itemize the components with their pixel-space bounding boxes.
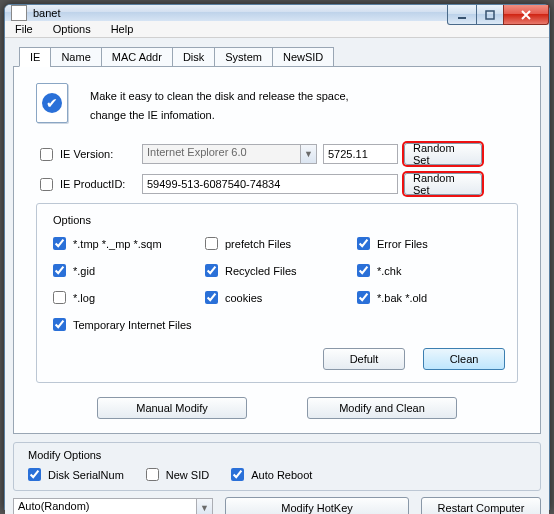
tabstrip: IE Name MAC Addr Disk System NewSID — [19, 47, 541, 67]
content: IE Name MAC Addr Disk System NewSID ✔ Ma… — [5, 38, 549, 514]
manual-modify-button[interactable]: Manual Modify — [97, 397, 247, 419]
menu-options[interactable]: Options — [49, 23, 95, 35]
opt-recycled-label: Recycled Files — [225, 265, 297, 277]
menu-help[interactable]: Help — [107, 23, 138, 35]
opt-prefetch-label: prefetch Files — [225, 238, 291, 250]
intro-row: ✔ Make it easy to clean the disk and rel… — [36, 83, 518, 125]
close-button[interactable] — [503, 5, 549, 25]
intro-line1: Make it easy to clean the disk and relea… — [90, 87, 349, 106]
intro-line2: change the IE infomation. — [90, 106, 349, 125]
new-sid-label: New SID — [166, 469, 209, 481]
opt-chk-checkbox[interactable] — [357, 264, 370, 277]
ie-productid-label: IE ProductID: — [60, 178, 125, 190]
action-buttons: Manual Modify Modify and Clean — [36, 397, 518, 419]
restart-computer-button[interactable]: Restart Computer — [421, 497, 541, 514]
tab-newsid[interactable]: NewSID — [272, 47, 334, 67]
opt-log-checkbox[interactable] — [53, 291, 66, 304]
opt-error-label: Error Files — [377, 238, 428, 250]
chevron-down-icon[interactable]: ▼ — [196, 498, 213, 514]
svg-rect-1 — [486, 11, 494, 19]
random-set-version-button[interactable]: Random Set — [404, 143, 482, 165]
svg-rect-0 — [458, 17, 466, 19]
disk-serialnum-checkbox[interactable] — [28, 468, 41, 481]
auto-combo-value: Auto(Random) — [13, 498, 196, 514]
tab-name[interactable]: Name — [50, 47, 101, 67]
intro-text: Make it easy to clean the disk and relea… — [90, 83, 349, 124]
modify-and-clean-button[interactable]: Modify and Clean — [307, 397, 457, 419]
opt-log-label: *.log — [73, 292, 95, 304]
tab-system[interactable]: System — [214, 47, 273, 67]
modify-options-fieldset: Modify Options Disk SerialNum New SID Au… — [13, 442, 541, 491]
app-icon — [11, 5, 27, 21]
opt-cookies-checkbox[interactable] — [205, 291, 218, 304]
tab-ie[interactable]: IE — [19, 47, 51, 67]
disk-serialnum-label: Disk SerialNum — [48, 469, 124, 481]
bottom-area: Modify Options Disk SerialNum New SID Au… — [13, 442, 541, 514]
opt-bakold-checkbox[interactable] — [357, 291, 370, 304]
random-set-productid-button[interactable]: Random Set — [404, 173, 482, 195]
auto-reboot-label: Auto Reboot — [251, 469, 312, 481]
ie-version-row: IE Version: Internet Explorer 6.0 ▼ Rand… — [36, 143, 518, 165]
chevron-down-icon[interactable]: ▼ — [300, 144, 317, 164]
minimize-button[interactable] — [447, 5, 477, 25]
intro-icon: ✔ — [36, 83, 70, 125]
opt-gid-label: *.gid — [73, 265, 95, 277]
ie-productid-checkbox[interactable] — [40, 178, 53, 191]
modify-hotkey-button[interactable]: Modify HotKey — [225, 497, 409, 514]
menu-file[interactable]: File — [11, 23, 37, 35]
auto-combo[interactable]: Auto(Random) ▼ — [13, 498, 213, 514]
ie-version-value: Internet Explorer 6.0 — [142, 144, 300, 164]
ie-productid-row: IE ProductID: Random Set — [36, 173, 518, 195]
titlebar[interactable]: banet — [5, 5, 549, 21]
tab-disk[interactable]: Disk — [172, 47, 215, 67]
opt-bakold-label: *.bak *.old — [377, 292, 427, 304]
default-button[interactable]: Defult — [323, 348, 405, 370]
minimize-icon — [457, 10, 467, 20]
options-grid: *.tmp *._mp *.sqm prefetch Files Error F… — [49, 234, 505, 370]
auto-reboot-checkbox[interactable] — [231, 468, 244, 481]
opt-tempinternet-checkbox[interactable] — [53, 318, 66, 331]
modify-options-legend: Modify Options — [24, 449, 105, 461]
ie-version-label: IE Version: — [60, 148, 113, 160]
ie-version-checkbox[interactable] — [40, 148, 53, 161]
tab-mac[interactable]: MAC Addr — [101, 47, 173, 67]
maximize-icon — [485, 10, 495, 20]
opt-error-checkbox[interactable] — [357, 237, 370, 250]
window-title: banet — [33, 7, 61, 19]
clean-button[interactable]: Clean — [423, 348, 505, 370]
modify-options-row: Disk SerialNum New SID Auto Reboot — [24, 465, 530, 484]
new-sid-checkbox[interactable] — [146, 468, 159, 481]
opt-chk-label: *.chk — [377, 265, 401, 277]
ie-version-number[interactable] — [323, 144, 398, 164]
opt-tmp-label: *.tmp *._mp *.sqm — [73, 238, 162, 250]
opt-recycled-checkbox[interactable] — [205, 264, 218, 277]
opt-cookies-label: cookies — [225, 292, 262, 304]
check-icon: ✔ — [42, 93, 62, 113]
tab-panel: ✔ Make it easy to clean the disk and rel… — [13, 66, 541, 434]
options-legend: Options — [49, 214, 95, 226]
bottom-bar: Auto(Random) ▼ Modify HotKey Restart Com… — [13, 497, 541, 514]
opt-tempinternet-label: Temporary Internet Files — [73, 319, 192, 331]
maximize-button[interactable] — [476, 5, 504, 25]
opt-tmp-checkbox[interactable] — [53, 237, 66, 250]
ie-version-combo[interactable]: Internet Explorer 6.0 ▼ — [142, 144, 317, 164]
close-icon — [520, 9, 532, 21]
window-buttons — [447, 5, 549, 25]
ie-productid-value[interactable] — [142, 174, 398, 194]
opt-prefetch-checkbox[interactable] — [205, 237, 218, 250]
window: banet File Options Help IE Name MAC Addr… — [4, 4, 550, 510]
opt-gid-checkbox[interactable] — [53, 264, 66, 277]
options-fieldset: Options *.tmp *._mp *.sqm prefetch Files… — [36, 203, 518, 383]
